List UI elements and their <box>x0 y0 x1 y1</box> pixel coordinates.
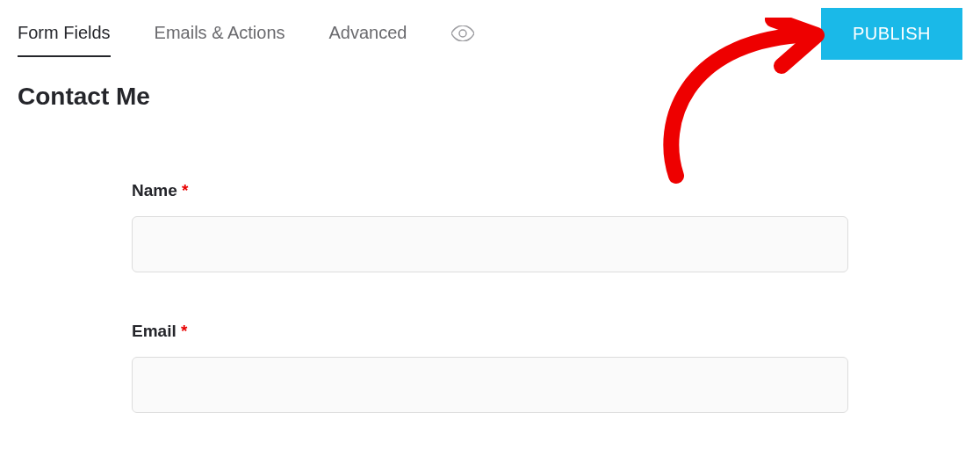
required-asterisk: * <box>181 322 187 340</box>
tab-form-fields[interactable]: Form Fields <box>18 23 111 57</box>
form-body: Name * Email * <box>0 111 980 413</box>
name-input[interactable] <box>132 216 848 272</box>
email-label: Email * <box>132 322 848 341</box>
link-icon[interactable] <box>779 23 800 44</box>
form-title: Contact Me <box>0 62 980 111</box>
name-label: Name * <box>132 181 848 200</box>
email-label-text: Email <box>132 322 177 340</box>
tabs-bar: Form Fields Emails & Actions Advanced PU… <box>0 0 980 62</box>
field-group-name: Name * <box>132 181 848 272</box>
svg-point-0 <box>459 30 466 37</box>
header-right-cluster: PUBLISH <box>779 8 962 60</box>
required-asterisk: * <box>182 181 188 199</box>
field-group-email: Email * <box>132 322 848 413</box>
tab-advanced[interactable]: Advanced <box>329 23 407 57</box>
preview-eye-icon[interactable] <box>451 25 474 54</box>
name-label-text: Name <box>132 181 177 199</box>
publish-button[interactable]: PUBLISH <box>821 8 962 60</box>
tab-emails-actions[interactable]: Emails & Actions <box>155 23 285 57</box>
email-input[interactable] <box>132 357 848 413</box>
